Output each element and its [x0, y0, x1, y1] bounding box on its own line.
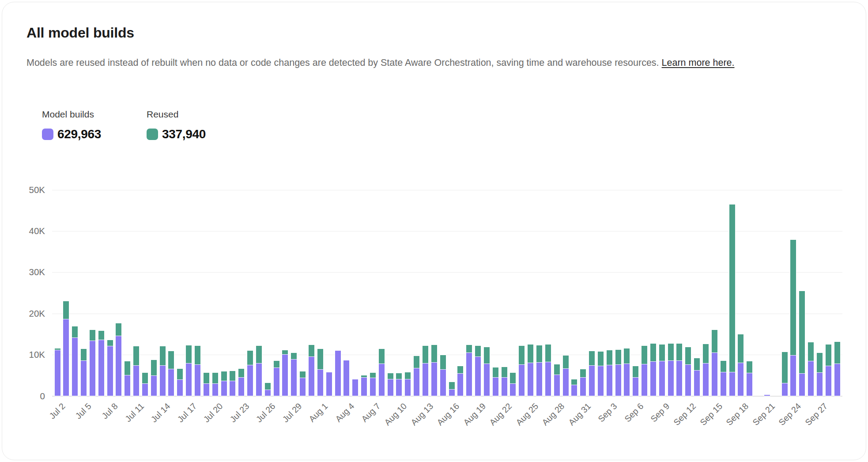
bar-model-builds[interactable]: [528, 363, 533, 396]
bar-model-builds[interactable]: [247, 365, 253, 396]
bar-reused[interactable]: [81, 349, 87, 360]
bar-model-builds[interactable]: [396, 379, 402, 396]
bar-model-builds[interactable]: [388, 379, 393, 396]
bar-model-builds[interactable]: [729, 372, 735, 396]
bar-model-builds[interactable]: [589, 365, 595, 396]
bar-reused[interactable]: [177, 369, 183, 379]
bar-reused[interactable]: [195, 346, 200, 364]
bar-model-builds[interactable]: [475, 356, 481, 396]
bar-model-builds[interactable]: [177, 379, 183, 396]
bar-reused[interactable]: [834, 342, 840, 364]
bar-reused[interactable]: [659, 345, 665, 361]
bar-reused[interactable]: [256, 346, 262, 363]
bar-reused[interactable]: [484, 347, 490, 363]
bar-reused[interactable]: [405, 372, 411, 379]
bar-model-builds[interactable]: [536, 362, 542, 396]
bar-reused[interactable]: [624, 348, 630, 364]
bar-reused[interactable]: [633, 366, 638, 377]
bar-model-builds[interactable]: [125, 375, 130, 396]
bar-model-builds[interactable]: [799, 373, 805, 396]
bar-reused[interactable]: [729, 204, 735, 372]
bar-reused[interactable]: [685, 347, 691, 364]
bar-model-builds[interactable]: [238, 377, 244, 396]
bar-reused[interactable]: [449, 382, 455, 389]
bar-model-builds[interactable]: [300, 378, 306, 396]
bar-reused[interactable]: [247, 351, 253, 365]
bar-model-builds[interactable]: [405, 379, 411, 396]
bar-reused[interactable]: [799, 291, 805, 373]
bar-model-builds[interactable]: [484, 364, 490, 396]
bar-model-builds[interactable]: [510, 383, 516, 396]
bar-model-builds[interactable]: [607, 365, 612, 396]
bar-model-builds[interactable]: [256, 363, 262, 396]
bar-reused[interactable]: [238, 369, 244, 377]
bar-reused[interactable]: [466, 345, 472, 353]
bar-model-builds[interactable]: [834, 364, 840, 396]
bar-model-builds[interactable]: [317, 369, 323, 396]
bar-model-builds[interactable]: [133, 365, 139, 396]
bar-reused[interactable]: [151, 360, 157, 375]
bar-reused[interactable]: [265, 383, 271, 390]
bar-reused[interactable]: [396, 373, 402, 379]
bar-reused[interactable]: [676, 344, 682, 360]
bar-model-builds[interactable]: [790, 355, 796, 396]
bar-reused[interactable]: [642, 346, 647, 364]
bar-model-builds[interactable]: [440, 369, 446, 396]
bar-reused[interactable]: [747, 361, 752, 373]
bar-reused[interactable]: [790, 240, 796, 356]
bar-model-builds[interactable]: [151, 375, 157, 396]
bar-model-builds[interactable]: [212, 383, 218, 396]
bar-model-builds[interactable]: [659, 361, 665, 396]
bar-reused[interactable]: [142, 373, 148, 383]
bar-reused[interactable]: [317, 349, 323, 369]
bar-model-builds[interactable]: [624, 364, 630, 396]
bar-reused[interactable]: [808, 342, 814, 361]
bar-reused[interactable]: [186, 345, 192, 363]
bar-reused[interactable]: [650, 344, 656, 361]
bar-model-builds[interactable]: [712, 352, 717, 396]
bar-model-builds[interactable]: [519, 364, 525, 396]
bar-reused[interactable]: [431, 345, 437, 362]
bar-model-builds[interactable]: [98, 340, 104, 396]
bar-model-builds[interactable]: [370, 378, 376, 396]
bar-model-builds[interactable]: [379, 364, 385, 396]
bar-model-builds[interactable]: [81, 360, 87, 396]
bar-model-builds[interactable]: [265, 390, 271, 396]
bar-reused[interactable]: [694, 358, 700, 370]
bar-model-builds[interactable]: [598, 366, 604, 396]
bar-reused[interactable]: [98, 331, 104, 340]
bar-reused[interactable]: [536, 345, 542, 362]
bar-reused[interactable]: [519, 346, 525, 364]
bar-model-builds[interactable]: [361, 377, 367, 396]
bar-model-builds[interactable]: [747, 373, 752, 396]
bar-model-builds[interactable]: [195, 364, 200, 396]
bar-reused[interactable]: [125, 361, 130, 375]
bar-reused[interactable]: [72, 326, 78, 337]
bar-model-builds[interactable]: [738, 363, 743, 396]
bar-model-builds[interactable]: [431, 362, 437, 396]
bar-model-builds[interactable]: [764, 395, 770, 396]
bar-model-builds[interactable]: [230, 381, 235, 396]
bar-model-builds[interactable]: [309, 356, 314, 396]
bar-reused[interactable]: [379, 349, 385, 364]
bar-model-builds[interactable]: [457, 373, 463, 396]
bar-reused[interactable]: [589, 351, 595, 366]
bar-reused[interactable]: [528, 345, 533, 363]
bar-model-builds[interactable]: [676, 360, 682, 396]
bar-reused[interactable]: [204, 373, 209, 383]
bar-model-builds[interactable]: [168, 369, 174, 396]
bar-reused[interactable]: [55, 348, 60, 350]
bar-model-builds[interactable]: [554, 375, 560, 396]
bar-reused[interactable]: [133, 346, 139, 365]
bar-model-builds[interactable]: [563, 368, 569, 396]
bar-model-builds[interactable]: [808, 361, 814, 396]
bar-reused[interactable]: [423, 346, 428, 363]
bar-model-builds[interactable]: [615, 364, 621, 396]
bar-model-builds[interactable]: [633, 377, 638, 396]
bar-model-builds[interactable]: [291, 359, 297, 396]
bar-model-builds[interactable]: [72, 337, 78, 396]
bar-reused[interactable]: [361, 375, 367, 377]
bar-reused[interactable]: [571, 379, 577, 385]
bar-model-builds[interactable]: [642, 364, 647, 396]
bar-model-builds[interactable]: [63, 319, 69, 396]
